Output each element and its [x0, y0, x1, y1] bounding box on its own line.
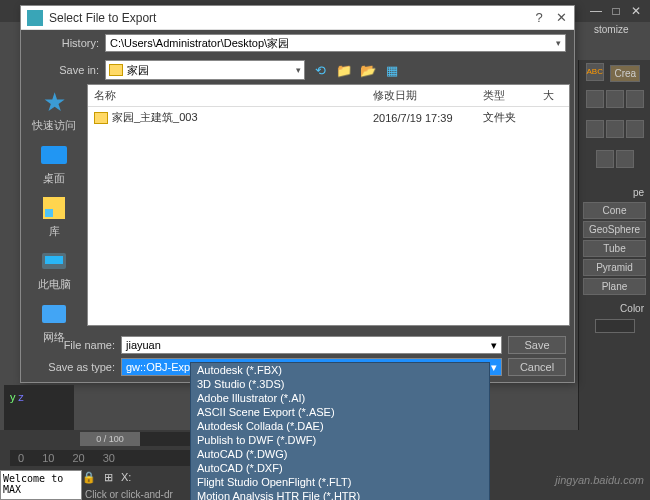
panel-icon-2[interactable] [606, 90, 624, 108]
history-label: History: [29, 37, 99, 49]
dropdown-option[interactable]: AutoCAD (*.DWG) [191, 447, 489, 461]
sidebar-item-quick[interactable]: ★ 快速访问 [32, 88, 76, 133]
folder-icon [109, 64, 123, 76]
maximize-icon[interactable]: □ [606, 4, 626, 18]
savein-combo[interactable]: 家园 ▾ [105, 60, 305, 80]
time-slider-knob[interactable]: 0 / 100 [80, 432, 140, 446]
panel-icon-5[interactable] [606, 120, 624, 138]
btn-geosphere[interactable]: GeoSphere [583, 221, 646, 238]
file-list[interactable]: 名称 修改日期 类型 大 家园_主建筑_003 2016/7/19 17:39 … [87, 84, 570, 326]
tick: 30 [103, 452, 115, 464]
sidebar-item-thispc[interactable]: 此电脑 [38, 247, 71, 292]
savein-value: 家园 [127, 63, 296, 78]
dropdown-option[interactable]: Autodesk (*.FBX) [191, 363, 489, 377]
btn-cone[interactable]: Cone [583, 202, 646, 219]
places-sidebar: ★ 快速访问 桌面 库 此电脑 网络 [25, 84, 83, 326]
dialog-help-icon[interactable]: ? [532, 10, 546, 25]
dropdown-option[interactable]: ASCII Scene Export (*.ASE) [191, 405, 489, 419]
col-date[interactable]: 修改日期 [373, 88, 483, 103]
filename-value: jiayuan [126, 339, 161, 351]
btn-tube[interactable]: Tube [583, 240, 646, 257]
close-icon[interactable]: ✕ [626, 4, 646, 18]
col-type[interactable]: 类型 [483, 88, 543, 103]
shape-label: pe [579, 185, 650, 200]
btn-pyramid[interactable]: Pyramid [583, 259, 646, 276]
filename-input[interactable]: jiayuan ▾ [121, 336, 502, 354]
status-hint: Click or click-and-dr [85, 489, 173, 500]
file-name: 家园_主建筑_003 [112, 110, 198, 125]
abc-icon[interactable]: ABC [586, 63, 604, 81]
dropdown-option[interactable]: Flight Studio OpenFlight (*.FLT) [191, 475, 489, 489]
color-swatch[interactable] [595, 319, 635, 333]
filename-label: File name: [29, 339, 115, 351]
col-name[interactable]: 名称 [94, 88, 373, 103]
panel-icon-4[interactable] [586, 120, 604, 138]
dropdown-option[interactable]: AutoCAD (*.DXF) [191, 461, 489, 475]
saveas-dropdown[interactable]: Autodesk (*.FBX)3D Studio (*.3DS)Adobe I… [190, 362, 490, 500]
savein-label: Save in: [29, 64, 99, 76]
dropdown-option[interactable]: 3D Studio (*.3DS) [191, 377, 489, 391]
star-icon: ★ [43, 87, 66, 118]
chevron-down-icon: ▾ [556, 38, 561, 48]
dropdown-option[interactable]: Publish to DWF (*.DWF) [191, 433, 489, 447]
cancel-button[interactable]: Cancel [508, 358, 566, 376]
tick: 0 [18, 452, 24, 464]
dialog-title: Select File to Export [49, 11, 532, 25]
status-x: X: [121, 471, 131, 483]
export-dialog: Select File to Export ? ✕ History: C:\Us… [20, 5, 575, 383]
dialog-titlebar: Select File to Export ? ✕ [21, 6, 574, 30]
chevron-down-icon: ▾ [296, 65, 301, 75]
panel-icon-7[interactable] [596, 150, 614, 168]
sidebar-item-label: 快速访问 [32, 118, 76, 133]
viewport-gizmo: y z [4, 385, 74, 435]
saveas-label: Save as type: [29, 361, 115, 373]
tick: 10 [42, 452, 54, 464]
dropdown-option[interactable]: Motion Analysis HTR File (*.HTR) [191, 489, 489, 500]
library-icon [43, 197, 65, 219]
app-icon [27, 10, 43, 26]
welcome-panel: Welcome to MAX [0, 470, 82, 500]
watermark: jingyan.baidu.com [555, 474, 644, 486]
chevron-down-icon: ▾ [491, 361, 497, 374]
new-folder-icon[interactable]: 📂 [359, 61, 377, 79]
sidebar-item-label: 库 [49, 224, 60, 239]
panel-icon-3[interactable] [626, 90, 644, 108]
panel-icon-6[interactable] [626, 120, 644, 138]
sidebar-item-library[interactable]: 库 [38, 194, 70, 239]
dropdown-option[interactable]: Adobe Illustrator (*.AI) [191, 391, 489, 405]
y-axis-icon: y [10, 391, 16, 403]
save-button[interactable]: Save [508, 336, 566, 354]
lock-icon[interactable]: 🔒 [82, 471, 96, 484]
minimize-icon[interactable]: — [586, 4, 606, 18]
folder-icon [94, 112, 108, 124]
history-combo[interactable]: C:\Users\Administrator\Desktop\家园 ▾ [105, 34, 566, 52]
btn-plane[interactable]: Plane [583, 278, 646, 295]
history-value: C:\Users\Administrator\Desktop\家园 [110, 36, 289, 51]
create-tab[interactable]: Crea [610, 65, 640, 82]
sidebar-item-label: 此电脑 [38, 277, 71, 292]
table-row[interactable]: 家园_主建筑_003 2016/7/19 17:39 文件夹 [88, 107, 569, 128]
chevron-down-icon: ▾ [491, 339, 497, 352]
dropdown-option[interactable]: Autodesk Collada (*.DAE) [191, 419, 489, 433]
pc-icon [42, 253, 66, 269]
key-icon[interactable]: ⊞ [104, 471, 113, 484]
network-icon [42, 305, 66, 323]
panel-icon-8[interactable] [616, 150, 634, 168]
file-type: 文件夹 [483, 110, 543, 125]
dialog-close-icon[interactable]: ✕ [554, 10, 568, 25]
color-label: Color [579, 301, 650, 316]
desktop-icon [41, 146, 67, 164]
views-icon[interactable]: ▦ [383, 61, 401, 79]
z-axis-icon: z [18, 391, 24, 403]
col-extra[interactable]: 大 [543, 88, 563, 103]
menu-customize[interactable]: stomize [590, 22, 650, 40]
tick: 20 [72, 452, 84, 464]
back-icon[interactable]: ⟲ [311, 61, 329, 79]
panel-icon-1[interactable] [586, 90, 604, 108]
sidebar-item-desktop[interactable]: 桌面 [38, 141, 70, 186]
up-icon[interactable]: 📁 [335, 61, 353, 79]
file-date: 2016/7/19 17:39 [373, 112, 483, 124]
sidebar-item-label: 桌面 [43, 171, 65, 186]
file-list-header: 名称 修改日期 类型 大 [88, 85, 569, 107]
